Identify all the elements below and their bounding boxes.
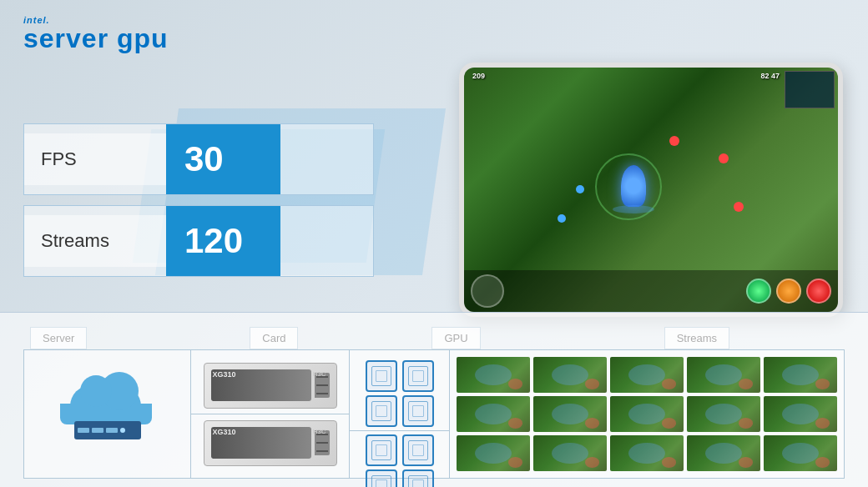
- cloud-server-icon: [62, 385, 154, 444]
- gpu-chip-8: [402, 469, 434, 487]
- gpu-col-inner: [350, 357, 449, 471]
- intel-logo-area: intel. Server GPU: [23, 15, 169, 52]
- joystick-icon: [471, 274, 504, 308]
- skill-btn-2: [776, 279, 801, 304]
- stream-thumb-3: [610, 357, 684, 393]
- enemy-char: [734, 202, 744, 212]
- pin: [316, 393, 328, 394]
- gpu-card-1: XG310 H3C: [204, 363, 337, 409]
- gpu-column: [350, 350, 450, 478]
- card-column: XG310 H3C XG310 H3C: [191, 350, 350, 478]
- gpu-card-brand-1: H3C: [312, 370, 326, 378]
- skill-btn-1: [746, 279, 771, 304]
- card-top: XG310 H3C: [191, 357, 349, 414]
- gpu-chips-row-1: [362, 357, 437, 430]
- gpu-chip-4: [402, 395, 434, 427]
- gpu-top-chips: [350, 357, 449, 431]
- gpu-chip-6: [366, 469, 397, 487]
- server-column: [24, 350, 191, 478]
- chip-pair-3: [366, 434, 397, 487]
- chip-pair-2: [402, 360, 434, 427]
- gpu-card-2: XG310 H3C: [204, 420, 337, 466]
- stream-thumb-11: [457, 435, 530, 471]
- tablet-frame: 209 82 47: [459, 63, 843, 317]
- gpu-chip-3: [402, 360, 434, 392]
- gpu-card-body-2: XG310 H3C: [211, 427, 311, 459]
- pin: [316, 450, 328, 452]
- minimap: [785, 71, 835, 108]
- rack-slot-2: [92, 428, 103, 433]
- gpu-bottom-chips: [350, 431, 449, 487]
- stream-thumb-15: [764, 435, 837, 471]
- streams-value: 120: [166, 206, 280, 276]
- skill-btn-3: [806, 279, 831, 304]
- gpu-card-model-2: XG310: [213, 428, 236, 436]
- streams-label: Streams: [24, 215, 166, 267]
- enemy-char: [669, 136, 679, 146]
- gpu-chip-2: [366, 395, 397, 427]
- game-screen: 209 82 47: [464, 68, 838, 312]
- rack-slot-3: [106, 428, 118, 433]
- stream-thumb-14: [687, 435, 760, 471]
- streams-grid: [450, 350, 844, 478]
- stream-thumb-9: [687, 396, 760, 432]
- gpu-card-body-1: XG310 H3C: [211, 369, 311, 401]
- stream-thumb-2: [533, 357, 607, 393]
- rack-light: [120, 428, 125, 433]
- gpu-chip-5: [366, 434, 397, 466]
- fps-label: FPS: [24, 133, 166, 185]
- bottom-section: XG310 H3C XG310 H3C: [0, 312, 868, 487]
- ally-char: [558, 214, 566, 223]
- metrics-container: FPS 30 Streams 120: [23, 123, 374, 287]
- player-character: [621, 165, 646, 207]
- game-bottom-ui: [464, 270, 838, 312]
- score-right: 82 47: [760, 72, 780, 80]
- game-ui: 209 82 47: [464, 68, 838, 312]
- gpu-chip-1: [366, 360, 397, 392]
- pin: [316, 384, 328, 386]
- stream-thumb-5: [764, 357, 837, 393]
- stream-thumb-7: [533, 396, 607, 432]
- server-rack: [74, 421, 141, 439]
- score-left: 209: [472, 72, 485, 80]
- card-col-inner: XG310 H3C XG310 H3C: [191, 357, 349, 471]
- streams-column: [450, 350, 844, 478]
- chip-pair-1: [366, 360, 397, 427]
- pin: [316, 442, 328, 444]
- streams-row: Streams 120: [23, 205, 374, 277]
- stream-thumb-6: [457, 396, 530, 432]
- chip-pair-4: [402, 434, 434, 487]
- skill-buttons: [746, 279, 831, 304]
- tablet-container: 209 82 47: [459, 63, 843, 317]
- stream-thumb-1: [457, 357, 530, 393]
- stream-thumb-13: [610, 435, 684, 471]
- stream-thumb-8: [610, 396, 684, 432]
- enemy-char: [719, 153, 729, 163]
- cloud-shape: [70, 385, 141, 423]
- card-bottom: XG310 H3C: [191, 414, 349, 471]
- gpu-chips-row-2: [362, 431, 437, 487]
- fps-value: 30: [166, 124, 280, 194]
- gpu-card-brand-2: H3C: [312, 428, 326, 435]
- fps-row: FPS 30: [23, 123, 374, 195]
- stream-thumb-4: [687, 357, 760, 393]
- product-name: Server GPU: [23, 25, 169, 52]
- ally-char: [576, 185, 584, 193]
- gpu-card-model-1: XG310: [213, 370, 236, 379]
- gpu-chip-7: [402, 434, 434, 466]
- stream-thumb-10: [764, 396, 837, 432]
- stream-thumb-12: [533, 435, 607, 471]
- table-area: XG310 H3C XG310 H3C: [23, 349, 845, 479]
- rack-slot-1: [78, 428, 89, 433]
